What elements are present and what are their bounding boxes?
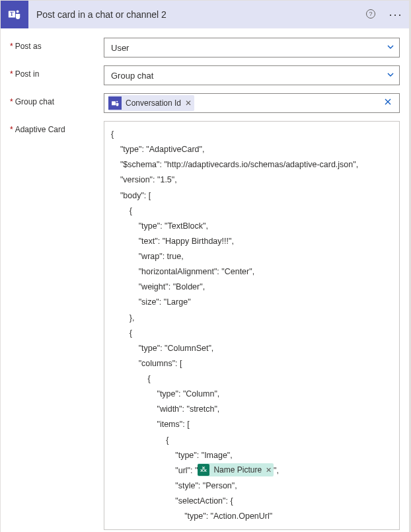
clear-icon[interactable] xyxy=(381,97,395,109)
select-post-as-value: User xyxy=(111,43,386,53)
token-label: Conversation Id xyxy=(126,98,181,108)
code-editor[interactable]: { "type": "AdaptiveCard", "$schema": "ht… xyxy=(104,121,400,530)
svg-point-6 xyxy=(116,100,118,102)
svg-text:?: ? xyxy=(369,11,372,17)
teams-icon: T xyxy=(1,1,28,28)
action-title: Post card in a chat or channel 2 xyxy=(28,9,359,20)
label-post-as: *Post as xyxy=(10,38,104,51)
teams-icon xyxy=(108,96,122,110)
select-post-in[interactable]: Group chat xyxy=(104,65,400,85)
help-icon[interactable]: ? xyxy=(359,9,383,21)
token-name-picture[interactable]: ⁂Name Picture✕ xyxy=(198,463,274,476)
variable-icon: ⁂ xyxy=(198,464,209,476)
svg-text:T: T xyxy=(10,11,14,17)
select-post-as[interactable]: User xyxy=(104,38,400,57)
row-group-chat: *Group chat Conversation Id ✕ xyxy=(10,93,400,113)
chevron-down-icon xyxy=(386,42,395,54)
more-icon[interactable]: ··· xyxy=(383,8,409,22)
token-remove-icon[interactable]: ✕ xyxy=(266,463,272,476)
label-post-in: *Post in xyxy=(10,65,104,79)
label-adaptive-card: *Adaptive Card xyxy=(10,121,104,134)
token-conversation-id[interactable]: Conversation Id ✕ xyxy=(108,95,194,111)
input-group-chat[interactable]: Conversation Id ✕ xyxy=(104,93,400,113)
token-remove-icon[interactable]: ✕ xyxy=(185,98,192,108)
label-group-chat: *Group chat xyxy=(10,93,104,106)
row-adaptive-card: *Adaptive Card { "type": "AdaptiveCard",… xyxy=(10,121,400,530)
action-header: T Post card in a chat or channel 2 ? ··· xyxy=(1,1,409,28)
row-post-in: *Post in Group chat xyxy=(10,65,400,85)
select-post-in-value: Group chat xyxy=(111,71,386,81)
chevron-down-icon xyxy=(386,70,395,81)
svg-rect-5 xyxy=(112,101,116,105)
row-post-as: *Post as User xyxy=(10,38,400,57)
action-body: *Post as User *Post in Group chat xyxy=(1,28,409,532)
svg-point-2 xyxy=(17,10,19,13)
action-card: T Post card in a chat or channel 2 ? ···… xyxy=(0,0,411,532)
